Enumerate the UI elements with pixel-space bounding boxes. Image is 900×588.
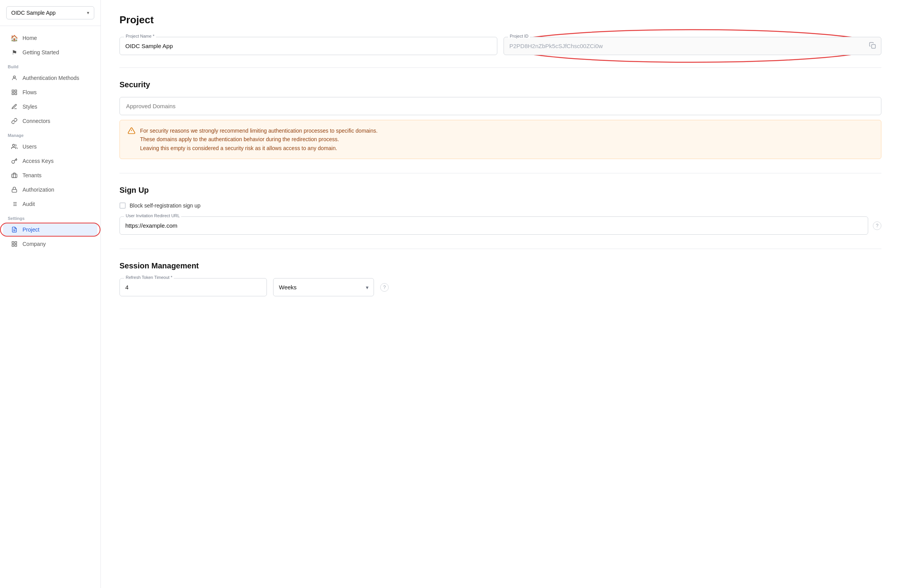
session-section: Session Management Refresh Token Timeout…	[119, 261, 881, 296]
sidebar-header: OIDC Sample App ▾	[0, 0, 100, 26]
project-id-field-group: Project ID	[504, 37, 881, 55]
refresh-token-unit-wrapper: Weeks Days Hours Minutes ▾	[273, 278, 374, 296]
sidebar-item-tenants[interactable]: Tenants	[3, 168, 97, 182]
project-nav-wrapper: Project	[0, 223, 100, 237]
session-row: Refresh Token Timeout * Weeks Days Hours…	[119, 278, 881, 296]
company-icon	[11, 240, 18, 247]
sidebar-item-label: Styles	[22, 104, 37, 110]
svg-point-5	[12, 144, 14, 146]
styles-icon	[11, 103, 18, 110]
access-keys-icon	[11, 157, 18, 164]
refresh-token-unit-select[interactable]: Weeks Days Hours Minutes	[273, 278, 374, 296]
page-title: Project	[119, 14, 881, 26]
svg-rect-20	[15, 244, 17, 246]
sidebar: OIDC Sample App ▾ 🏠 Home ⚑ Getting Start…	[0, 0, 101, 588]
svg-rect-2	[15, 90, 17, 92]
invite-url-label: User Invitation Redirect URL	[124, 213, 181, 218]
block-signup-label: Block self-registration sign up	[130, 202, 201, 209]
project-id-label: Project ID	[508, 34, 530, 38]
sidebar-item-auth-methods[interactable]: Authentication Methods	[3, 71, 97, 85]
signup-title: Sign Up	[119, 186, 881, 195]
svg-rect-19	[12, 244, 14, 246]
approved-domains-input[interactable]	[119, 97, 881, 115]
manage-section-label: Manage	[0, 128, 100, 139]
sidebar-item-company[interactable]: Company	[3, 237, 97, 251]
invite-url-row: User Invitation Redirect URL ?	[119, 216, 881, 235]
svg-rect-18	[15, 242, 17, 244]
flows-icon	[11, 89, 18, 96]
sidebar-item-label: Getting Started	[22, 49, 59, 55]
security-warning-box: For security reasons we strongly recomme…	[119, 120, 881, 159]
svg-point-0	[13, 76, 15, 78]
security-section: Security For security reasons we strongl…	[119, 80, 881, 159]
sidebar-item-home[interactable]: 🏠 Home	[3, 31, 97, 45]
sidebar-item-flows[interactable]: Flows	[3, 85, 97, 99]
refresh-token-input[interactable]	[119, 278, 267, 296]
app-selector-name: OIDC Sample App	[11, 10, 55, 16]
sidebar-item-label: Company	[22, 241, 46, 247]
sidebar-item-label: Authentication Methods	[22, 75, 79, 81]
sidebar-item-label: Flows	[22, 89, 37, 95]
sidebar-item-label: Project	[22, 227, 40, 233]
sidebar-item-label: Authorization	[22, 187, 54, 193]
security-title: Security	[119, 80, 881, 89]
settings-section-label: Settings	[0, 211, 100, 222]
sidebar-item-label: Home	[22, 35, 37, 41]
tenants-icon	[11, 172, 18, 179]
invite-url-help-icon[interactable]: ?	[873, 221, 881, 230]
security-warning-text: For security reasons we strongly recomme…	[140, 126, 377, 152]
refresh-token-label: Refresh Token Timeout *	[124, 275, 174, 280]
warning-icon	[128, 127, 135, 137]
app-selector[interactable]: OIDC Sample App ▾	[6, 6, 94, 19]
project-name-label: Project Name *	[124, 34, 156, 38]
getting-started-icon: ⚑	[11, 49, 18, 56]
svg-rect-1	[12, 90, 14, 92]
svg-rect-4	[15, 93, 17, 95]
session-title: Session Management	[119, 261, 881, 270]
project-id-input[interactable]	[504, 37, 881, 55]
svg-rect-3	[12, 93, 14, 95]
block-signup-checkbox[interactable]	[119, 202, 126, 209]
sidebar-item-getting-started[interactable]: ⚑ Getting Started	[3, 45, 97, 59]
svg-rect-8	[12, 189, 17, 192]
build-section-label: Build	[0, 60, 100, 71]
svg-rect-22	[872, 44, 876, 48]
copy-project-id-button[interactable]	[867, 40, 878, 52]
invite-url-field-group: User Invitation Redirect URL	[119, 216, 868, 235]
sidebar-nav: 🏠 Home ⚑ Getting Started Build Authentic…	[0, 26, 100, 588]
svg-rect-7	[12, 174, 17, 178]
sidebar-item-label: Users	[22, 144, 37, 150]
authorization-icon	[11, 186, 18, 193]
chevron-down-icon: ▾	[87, 10, 89, 16]
main-content: Project Project Name * Project ID Securi…	[101, 0, 900, 588]
signup-section: Sign Up Block self-registration sign up …	[119, 186, 881, 235]
sidebar-item-connectors[interactable]: Connectors	[3, 114, 97, 128]
sidebar-item-label: Audit	[22, 201, 35, 207]
sidebar-item-styles[interactable]: Styles	[3, 100, 97, 114]
sidebar-item-label: Tenants	[22, 172, 42, 178]
refresh-token-field-group: Refresh Token Timeout *	[119, 278, 267, 296]
users-icon	[11, 143, 18, 150]
divider-1	[119, 67, 881, 68]
sidebar-item-label: Access Keys	[22, 158, 54, 164]
divider-2	[119, 173, 881, 173]
svg-point-6	[12, 161, 14, 163]
connectors-icon	[11, 118, 18, 125]
sidebar-item-authorization[interactable]: Authorization	[3, 183, 97, 197]
sidebar-item-project[interactable]: Project	[3, 223, 97, 237]
invite-url-input[interactable]	[119, 216, 868, 235]
home-icon: 🏠	[11, 35, 18, 42]
sidebar-item-users[interactable]: Users	[3, 140, 97, 154]
project-fields-row: Project Name * Project ID	[119, 37, 881, 55]
sidebar-item-label: Connectors	[22, 118, 50, 124]
divider-3	[119, 249, 881, 249]
auth-methods-icon	[11, 74, 18, 81]
session-help-icon[interactable]: ?	[380, 283, 389, 292]
project-name-input[interactable]	[119, 37, 497, 55]
project-id-wrapper	[504, 37, 881, 55]
sidebar-item-audit[interactable]: Audit	[3, 197, 97, 211]
project-icon	[11, 226, 18, 233]
svg-rect-17	[12, 242, 14, 244]
sidebar-item-access-keys[interactable]: Access Keys	[3, 154, 97, 168]
audit-icon	[11, 201, 18, 208]
